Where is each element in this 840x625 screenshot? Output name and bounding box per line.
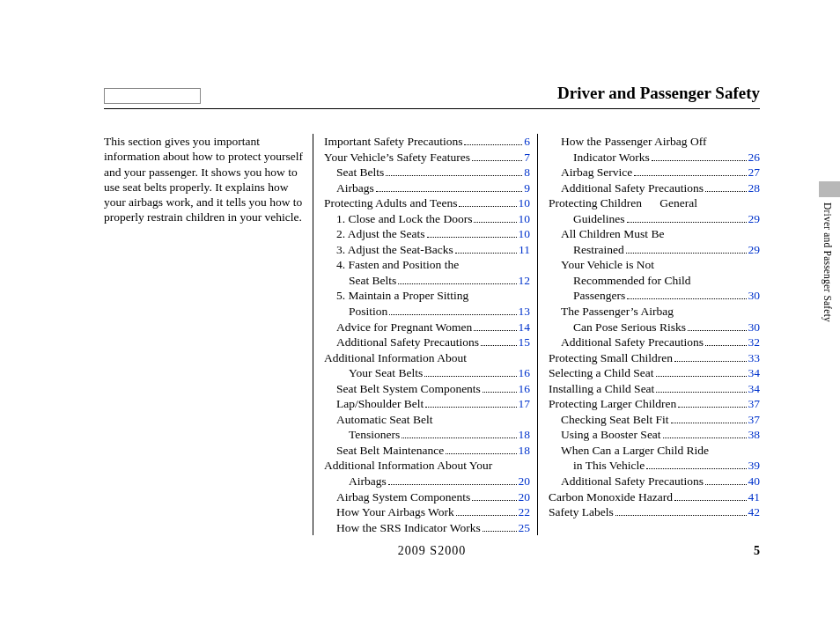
toc-page-link[interactable]: 38 xyxy=(748,427,761,443)
toc-page-link[interactable]: 25 xyxy=(519,520,531,536)
toc-page-link[interactable]: 10 xyxy=(519,226,531,242)
toc-entry[interactable]: Your Vehicle’s Safety Features7 xyxy=(324,150,530,165)
toc-entry[interactable]: Using a Booster Seat38 xyxy=(549,427,760,443)
toc-entry[interactable]: Seat Belts12 xyxy=(324,273,530,289)
toc-column-2: How the Passenger Airbag OffIndicator Wo… xyxy=(538,134,760,535)
toc-entry[interactable]: Lap/Shoulder Belt17 xyxy=(324,396,530,412)
toc-page-link[interactable]: 18 xyxy=(519,443,531,459)
toc-page-link[interactable]: 26 xyxy=(748,150,761,165)
toc-leader-dots xyxy=(627,298,746,299)
toc-page-link[interactable]: 16 xyxy=(519,365,531,381)
toc-page-link[interactable]: 15 xyxy=(519,335,531,350)
toc-page-link[interactable]: 42 xyxy=(748,504,761,520)
toc-entry[interactable]: Selecting a Child Seat34 xyxy=(549,365,760,381)
toc-entry[interactable]: How the SRS Indicator Works25 xyxy=(324,520,530,536)
toc-entry[interactable]: in This Vehicle39 xyxy=(549,458,760,474)
toc-entry[interactable]: Guidelines29 xyxy=(549,211,760,227)
toc-entry[interactable]: Indicator Works26 xyxy=(549,150,760,165)
toc-entry-label: Airbag System Components xyxy=(324,489,470,505)
toc-leader-dots xyxy=(402,438,516,438)
toc-page-link[interactable]: 29 xyxy=(748,211,761,227)
toc-entry-label: Additional Safety Precautions xyxy=(549,180,704,196)
toc-page-link[interactable]: 8 xyxy=(524,165,530,180)
toc-page-link[interactable]: 17 xyxy=(519,396,531,412)
toc-page-link[interactable]: 20 xyxy=(519,474,531,489)
toc-entry[interactable]: Airbag System Components20 xyxy=(324,489,530,505)
toc-leader-dots xyxy=(656,392,746,393)
toc-entry[interactable]: Carbon Monoxide Hazard41 xyxy=(549,489,760,505)
toc-page-link[interactable]: 18 xyxy=(519,427,531,443)
toc-leader-dots xyxy=(634,175,746,176)
toc-page-link[interactable]: 34 xyxy=(748,381,761,397)
toc-leader-dots xyxy=(389,314,516,315)
toc-page-link[interactable]: 22 xyxy=(519,504,531,520)
toc-entry[interactable]: Safety Labels42 xyxy=(549,504,760,520)
toc-entry-label: Protecting Larger Children xyxy=(549,396,676,412)
toc-entry[interactable]: Additional Safety Precautions32 xyxy=(549,335,760,350)
toc-entry[interactable]: Protecting Larger Children37 xyxy=(549,396,760,412)
toc-page-link[interactable]: 28 xyxy=(748,180,761,196)
toc-page-link[interactable]: 32 xyxy=(748,335,761,350)
toc-leader-dots xyxy=(427,237,517,238)
toc-entry[interactable]: Your Seat Belts16 xyxy=(324,365,530,381)
toc-page-link[interactable]: 39 xyxy=(748,458,761,474)
toc-leader-dots xyxy=(663,438,747,438)
toc-entry[interactable]: Additional Safety Precautions28 xyxy=(549,180,760,196)
toc-entry[interactable]: Additional Safety Precautions15 xyxy=(324,335,530,350)
toc-entry[interactable]: 2. Adjust the Seats10 xyxy=(324,226,530,242)
toc-page-link[interactable]: 6 xyxy=(524,134,530,150)
toc-leader-dots xyxy=(464,144,522,145)
toc-entry[interactable]: Airbags9 xyxy=(324,180,530,196)
toc-entry[interactable]: Checking Seat Belt Fit37 xyxy=(549,412,760,428)
page-body: Driver and Passenger Safety This section… xyxy=(104,84,760,535)
toc-page-link[interactable]: 30 xyxy=(748,320,761,335)
toc-page-link[interactable]: 16 xyxy=(519,381,531,397)
toc-page-link[interactable]: 41 xyxy=(748,489,761,505)
toc-page-link[interactable]: 10 xyxy=(519,211,531,227)
toc-leader-dots xyxy=(459,206,516,207)
toc-entry[interactable]: Seat Belts8 xyxy=(324,165,530,180)
toc-page-link[interactable]: 7 xyxy=(524,150,530,165)
toc-entry[interactable]: Important Safety Precautions6 xyxy=(324,134,530,150)
toc-page-link[interactable]: 40 xyxy=(748,474,761,489)
toc-entry[interactable]: Seat Belt System Components16 xyxy=(324,381,530,397)
toc-entry[interactable]: Airbag Service27 xyxy=(549,165,760,180)
toc-entry[interactable]: Position13 xyxy=(324,304,530,320)
toc-entry[interactable]: Seat Belt Maintenance18 xyxy=(324,443,530,459)
toc-page-link[interactable]: 11 xyxy=(519,242,530,258)
toc-entry[interactable]: 3. Adjust the Seat-Backs11 xyxy=(324,242,530,258)
toc-entry-label: Lap/Shoulder Belt xyxy=(324,396,424,412)
toc-page-link[interactable]: 27 xyxy=(748,165,761,180)
footer-page-number: 5 xyxy=(754,544,760,558)
toc-entry-label: Airbags xyxy=(324,180,374,196)
toc-page-link[interactable]: 14 xyxy=(519,320,531,335)
toc-page-link[interactable]: 29 xyxy=(748,242,761,258)
toc-entry[interactable]: Protecting Small Children33 xyxy=(549,350,760,366)
toc-entry[interactable]: Can Pose Serious Risks30 xyxy=(549,320,760,335)
toc-page-link[interactable]: 34 xyxy=(748,365,761,381)
toc-entry[interactable]: Advice for Pregnant Women14 xyxy=(324,320,530,335)
toc-page-link[interactable]: 9 xyxy=(524,180,530,196)
toc-entry[interactable]: 1. Close and Lock the Doors10 xyxy=(324,211,530,227)
toc-page-link[interactable]: 13 xyxy=(519,304,531,320)
toc-entry-label: Safety Labels xyxy=(549,504,614,520)
toc-entry[interactable]: Restrained29 xyxy=(549,242,760,258)
toc-entry[interactable]: How Your Airbags Work22 xyxy=(324,504,530,520)
content-columns: This section gives you important informa… xyxy=(104,134,760,535)
toc-page-link[interactable]: 37 xyxy=(748,412,761,428)
toc-page-link[interactable]: 30 xyxy=(748,288,761,304)
toc-leader-dots xyxy=(481,345,517,346)
toc-page-link[interactable]: 33 xyxy=(748,350,761,366)
toc-entry[interactable]: Tensioners18 xyxy=(324,427,530,443)
toc-leader-dots xyxy=(398,283,516,284)
toc-entry[interactable]: Additional Safety Precautions40 xyxy=(549,474,760,489)
toc-entry[interactable]: Airbags20 xyxy=(324,474,530,489)
toc-entry[interactable]: Protecting Adults and Teens10 xyxy=(324,195,530,211)
toc-entry[interactable]: Installing a Child Seat34 xyxy=(549,381,760,397)
toc-page-link[interactable]: 20 xyxy=(519,489,531,505)
toc-entry[interactable]: Passengers30 xyxy=(549,288,760,304)
toc-page-link[interactable]: 10 xyxy=(519,195,531,211)
toc-page-link[interactable]: 37 xyxy=(748,396,761,412)
toc-entry-continuation: The Passenger’s Airbag xyxy=(549,304,760,320)
toc-page-link[interactable]: 12 xyxy=(519,273,531,289)
